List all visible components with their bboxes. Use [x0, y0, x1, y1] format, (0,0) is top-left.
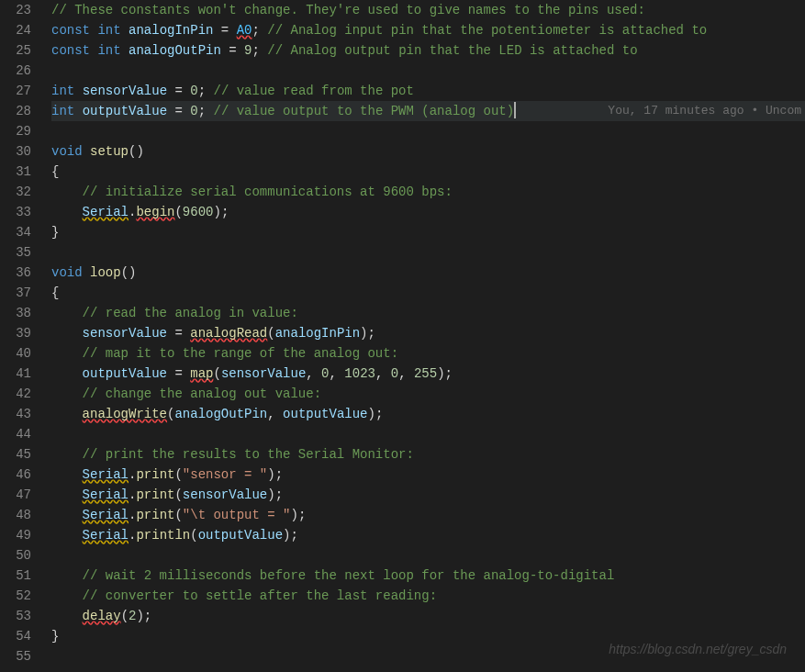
- line-number: 48: [7, 505, 31, 525]
- code-area[interactable]: // These constants won't change. They're…: [42, 0, 805, 672]
- code-line: // read the analog in value:: [51, 303, 805, 323]
- line-number: 25: [7, 40, 31, 61]
- line-number: 47: [7, 485, 31, 505]
- line-number: 34: [7, 222, 31, 242]
- code-line: // converter to settle after the last re…: [51, 586, 805, 606]
- line-number: 38: [7, 303, 31, 323]
- code-line: [51, 545, 805, 566]
- code-line: // change the analog out value:: [51, 384, 805, 404]
- code-line: // map it to the range of the analog out…: [51, 343, 805, 364]
- code-line: Serial.begin(9600);: [51, 202, 805, 222]
- line-number: 30: [7, 141, 31, 162]
- code-line: [51, 242, 805, 263]
- line-number: 23: [7, 0, 31, 20]
- code-line: outputValue = map(sensorValue, 0, 1023, …: [51, 364, 805, 384]
- code-line: [51, 61, 805, 81]
- line-number: 31: [7, 162, 31, 182]
- line-number: 40: [7, 343, 31, 364]
- code-line: sensorValue = analogRead(analogInPin);: [51, 323, 805, 343]
- code-line: // These constants won't change. They're…: [51, 0, 805, 20]
- line-number: 41: [7, 364, 31, 384]
- code-line: // initialize serial communications at 9…: [51, 182, 805, 202]
- code-line: analogWrite(analogOutPin, outputValue);: [51, 404, 805, 424]
- code-line-active: int outputValue = 0; // value output to …: [51, 101, 805, 121]
- line-number: 53: [7, 606, 31, 626]
- code-line: void loop(): [51, 263, 805, 283]
- code-line: // wait 2 milliseconds before the next l…: [51, 566, 805, 586]
- code-line: Serial.println(outputValue);: [51, 525, 805, 545]
- line-number: 49: [7, 525, 31, 545]
- code-line: {: [51, 283, 805, 303]
- line-number: 26: [7, 61, 31, 81]
- line-number: 29: [7, 121, 31, 141]
- line-number: 39: [7, 323, 31, 343]
- code-line: const int analogInPin = A0; // Analog in…: [51, 20, 805, 40]
- line-number: 52: [7, 586, 31, 606]
- watermark-text: https://blog.csdn.net/grey_csdn: [609, 639, 787, 659]
- line-number: 46: [7, 465, 31, 485]
- code-editor[interactable]: 2324252627282930313233343536373839404142…: [0, 0, 805, 672]
- line-number: 44: [7, 424, 31, 444]
- line-number: 33: [7, 202, 31, 222]
- code-line: const int analogOutPin = 9; // Analog ou…: [51, 40, 805, 61]
- line-number: 50: [7, 545, 31, 566]
- line-number: 43: [7, 404, 31, 424]
- line-number: 36: [7, 263, 31, 283]
- code-line: int sensorValue = 0; // value read from …: [51, 81, 805, 101]
- line-number: 32: [7, 182, 31, 202]
- code-line: [51, 121, 805, 141]
- code-line: // print the results to the Serial Monit…: [51, 444, 805, 465]
- text-cursor: [514, 102, 516, 118]
- line-number: 27: [7, 81, 31, 101]
- code-line: Serial.print("sensor = ");: [51, 465, 805, 485]
- line-number: 45: [7, 444, 31, 465]
- code-line: Serial.print("\t output = ");: [51, 505, 805, 525]
- line-number: 54: [7, 626, 31, 646]
- code-line: delay(2);: [51, 606, 805, 626]
- code-line: }: [51, 222, 805, 242]
- line-number: 55: [7, 646, 31, 666]
- line-number: 51: [7, 566, 31, 586]
- line-number: 35: [7, 242, 31, 263]
- line-number: 37: [7, 283, 31, 303]
- code-line: void setup(): [51, 141, 805, 162]
- line-number: 42: [7, 384, 31, 404]
- code-line: {: [51, 162, 805, 182]
- code-line: Serial.print(sensorValue);: [51, 485, 805, 505]
- code-line: [51, 424, 805, 444]
- line-number: 24: [7, 20, 31, 40]
- git-blame-annotation: You, 17 minutes ago • Uncom: [608, 101, 801, 121]
